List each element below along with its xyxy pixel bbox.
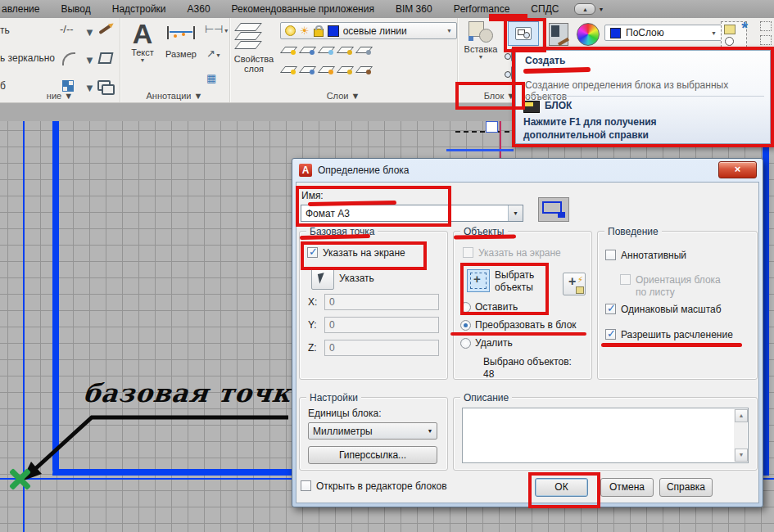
layer-select-combo[interactable]: ☀ осевые линии ▼ (280, 22, 457, 39)
stretch-dropdown[interactable]: ▼ (84, 26, 95, 38)
panel-edit: ть ь зеркально б -/--▼ ▼ ▼ ние ▼ (0, 18, 120, 102)
help-button[interactable]: Справка (659, 478, 713, 497)
select-objects-highlight (460, 263, 549, 315)
leader-icon[interactable]: ↗▼ (206, 47, 221, 60)
panel-layers-label[interactable]: Слои ▼ (229, 91, 457, 101)
annotative-label: Аннотативный (621, 250, 686, 261)
pick-point-label: Указать (339, 273, 374, 284)
text-icon: A (124, 20, 161, 47)
object-color-combo[interactable]: ПоСлою ▼ (604, 25, 722, 41)
stretch-icon[interactable]: -/-- (60, 23, 74, 35)
scroll-down-icon[interactable]: ▼ (735, 449, 748, 462)
ungroup-icon[interactable] (760, 35, 772, 45)
explode-icon[interactable] (98, 52, 114, 64)
dim-style-icon[interactable]: ⊢⊣▼ (205, 23, 229, 35)
close-icon[interactable]: × (718, 161, 757, 178)
layer-properties-button[interactable]: Свойства слоя (233, 20, 275, 74)
delete-radio[interactable] (460, 338, 471, 349)
tab-a360[interactable]: A360 (177, 3, 221, 15)
layer-tools-row-1 (282, 44, 371, 55)
tab-featured-apps[interactable]: Рекомендованные приложения (221, 3, 385, 15)
fillet-dropdown[interactable]: ▼ (84, 54, 95, 66)
description-textarea[interactable]: ▲ ▼ (462, 408, 749, 463)
tab-performance[interactable]: Performance (443, 3, 521, 15)
scroll-up-icon[interactable]: ▲ (735, 409, 748, 422)
create-button-highlight (504, 18, 546, 52)
tab-bim360[interactable]: BIM 360 (385, 3, 443, 15)
quick-select-icon[interactable]: * (721, 21, 747, 47)
insert-dropdown[interactable]: ▼ (460, 54, 501, 60)
layer-off-icon[interactable] (282, 44, 296, 55)
orientation-label2: по листу (636, 286, 675, 298)
description-scrollbar[interactable]: ▲ ▼ (734, 409, 747, 462)
block-preview-thumbnail (538, 197, 569, 222)
array-icon[interactable] (62, 80, 74, 92)
table-icon[interactable]: ▦ (206, 72, 216, 84)
dialog-titlebar[interactable]: A Определение блока × (292, 159, 763, 182)
description-group: Описание ▲ ▼ (453, 397, 758, 471)
edit-btn-2-label[interactable]: ь зеркально (0, 52, 55, 64)
dimension-button-label: Размер (162, 49, 200, 59)
orientation-checkbox[interactable] (620, 274, 631, 285)
block-panel-highlight (455, 82, 525, 110)
layer-freeze-icon[interactable] (319, 44, 333, 55)
text-dropdown[interactable]: ▼ (124, 57, 161, 63)
panel-edit-label[interactable]: ние ▼ (0, 91, 120, 101)
quick-select-button[interactable]: ⚡ (563, 273, 586, 295)
x-field[interactable]: 0 (324, 294, 439, 310)
dimension-button[interactable]: Размер (162, 20, 200, 59)
text-button[interactable]: A Текст ▼ (124, 20, 161, 63)
open-in-editor-checkbox[interactable] (301, 480, 311, 491)
tab-output[interactable]: Вывод (50, 3, 101, 15)
convert-radio[interactable] (460, 320, 471, 331)
uniform-scale-checkbox[interactable] (605, 304, 616, 314)
match-properties-icon[interactable] (549, 23, 568, 46)
delete-label: Удалить (475, 337, 513, 349)
pick-point-button[interactable] (311, 268, 334, 290)
fillet-icon[interactable] (62, 52, 75, 65)
tab-addins[interactable]: Надстройки (102, 3, 177, 15)
hyperlink-button[interactable]: Гиперссылка... (308, 446, 437, 464)
group-icon[interactable] (760, 21, 772, 31)
annotative-checkbox[interactable] (605, 250, 616, 260)
selected-count-value: 48 (483, 368, 494, 380)
offset-icon[interactable] (97, 80, 111, 91)
insert-block-button[interactable]: Вставка ▼ (460, 20, 501, 60)
layer-combo-arrow[interactable]: ▼ (446, 28, 452, 34)
layer-lock-icon[interactable] (338, 44, 352, 55)
erase-icon[interactable] (98, 25, 111, 34)
dialog-title: Определение блока (318, 165, 410, 176)
layer-color-swatch (328, 25, 339, 37)
ribbon-collapse-button[interactable]: ▲ (574, 3, 595, 15)
edit-btn-3-label[interactable]: б (0, 80, 6, 92)
orientation-label1: Ориентация блока (636, 274, 721, 286)
allow-explode-checkbox[interactable] (605, 329, 616, 340)
ribbon-collapse-caret[interactable]: ▼ (598, 7, 604, 12)
base-point-group: Базовая точка Указать на экране Указать … (299, 231, 448, 380)
z-field[interactable]: 0 (324, 340, 439, 356)
block-units-dropdown[interactable]: Миллиметры ▼ (308, 422, 437, 440)
name-combo-arrow[interactable]: ▼ (508, 205, 523, 221)
objects-specify-checkbox[interactable] (463, 247, 473, 258)
base-point-marker[interactable] (8, 468, 31, 491)
units-dropdown-arrow: ▼ (423, 428, 437, 434)
layer-unisolate-icon[interactable] (301, 64, 315, 74)
color-swatch (610, 28, 621, 38)
layer-thaw-all-icon[interactable] (319, 64, 333, 74)
tab-spds[interactable]: СПДС (520, 3, 569, 15)
layer-turn-on-all-icon[interactable] (282, 64, 296, 74)
layer-isolate-icon[interactable] (301, 44, 315, 55)
color-combo-arrow[interactable]: ▼ (711, 30, 717, 36)
block-command-icon (523, 101, 540, 113)
layer-walk-icon[interactable] (357, 64, 371, 74)
insert-button-label: Вставка (460, 44, 501, 54)
panel-annotations-label[interactable]: Аннотации ▼ (120, 91, 229, 101)
panel-annotations: A Текст ▼ Размер ⊢⊣▼ ↗▼ ▦ Аннотации ▼ (120, 18, 230, 102)
tab-management[interactable]: авление (0, 3, 50, 15)
layer-match-icon[interactable] (357, 44, 371, 55)
y-field[interactable]: 0 (324, 317, 439, 333)
cancel-button[interactable]: Отмена (600, 478, 654, 497)
layer-unlock-all-icon[interactable] (338, 64, 352, 74)
base-point-underline (300, 234, 370, 240)
edit-btn-1-label[interactable]: ть (0, 25, 10, 36)
